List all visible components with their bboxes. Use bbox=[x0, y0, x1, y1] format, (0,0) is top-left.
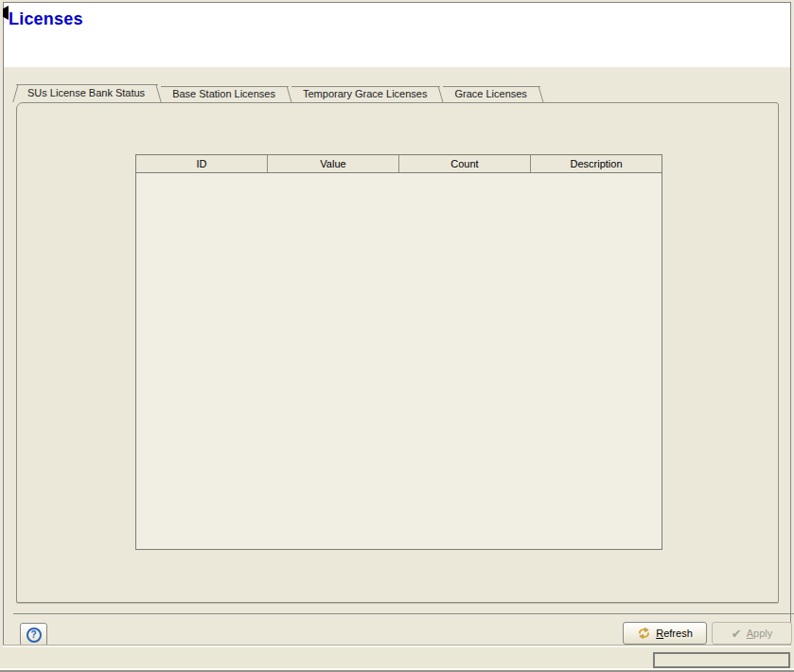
screen: { "view": { "title": "Licenses" }, "tab_… bbox=[0, 0, 794, 672]
column-header-value[interactable]: Value bbox=[268, 155, 399, 172]
refresh-button-label: Refresh bbox=[656, 628, 693, 639]
view-header: Licenses bbox=[4, 3, 790, 67]
tab-bar: SUs License Bank Status Base Station Lic… bbox=[17, 84, 544, 102]
refresh-icon bbox=[637, 627, 651, 640]
column-header-count[interactable]: Count bbox=[399, 155, 531, 172]
help-button[interactable]: ? bbox=[20, 623, 47, 646]
licenses-view: Licenses ID Value Count Description SUs … bbox=[3, 2, 791, 645]
footer-separator bbox=[13, 613, 794, 614]
check-icon: ✔ bbox=[732, 628, 742, 640]
page-title: Licenses bbox=[9, 9, 83, 29]
bottom-status-box bbox=[653, 652, 790, 668]
tab-label: Base Station Licenses bbox=[172, 88, 275, 99]
license-table: ID Value Count Description bbox=[135, 154, 662, 550]
tab-panel: ID Value Count Description bbox=[16, 102, 779, 603]
apply-button-label: Apply bbox=[747, 628, 773, 639]
table-body-empty bbox=[136, 173, 662, 549]
tab-label: SUs License Bank Status bbox=[27, 87, 145, 98]
tab-temporary-grace-licenses[interactable]: Temporary Grace Licenses bbox=[292, 86, 439, 102]
tab-sus-license-bank-status[interactable]: SUs License Bank Status bbox=[17, 84, 157, 102]
bottom-strip bbox=[0, 647, 794, 672]
apply-button[interactable]: ✔ Apply bbox=[712, 622, 792, 645]
refresh-button[interactable]: Refresh bbox=[623, 622, 707, 645]
column-header-description[interactable]: Description bbox=[531, 155, 662, 172]
column-header-id[interactable]: ID bbox=[136, 155, 268, 172]
table-header-row: ID Value Count Description bbox=[136, 155, 662, 173]
help-icon: ? bbox=[26, 628, 42, 643]
tab-left-edge bbox=[12, 84, 18, 102]
tab-base-station-licenses[interactable]: Base Station Licenses bbox=[162, 86, 288, 102]
tab-label: Temporary Grace Licenses bbox=[303, 88, 427, 99]
tab-label: Grace Licenses bbox=[454, 88, 526, 99]
tab-grace-licenses[interactable]: Grace Licenses bbox=[444, 86, 538, 102]
